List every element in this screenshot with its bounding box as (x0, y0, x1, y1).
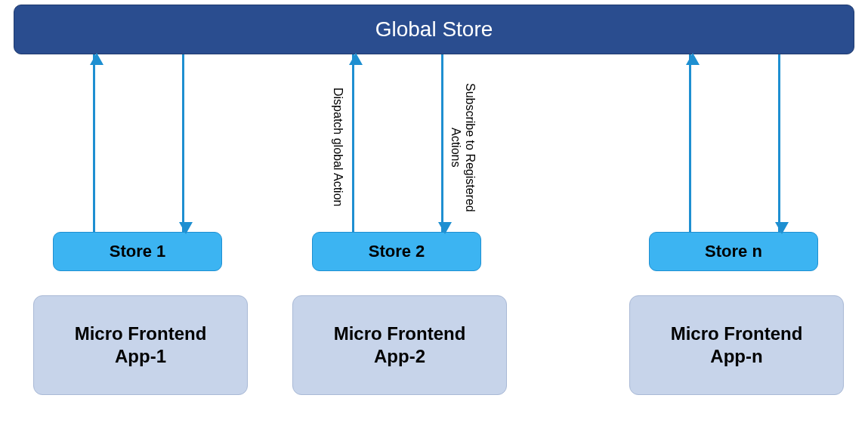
arrow-up-icon (349, 53, 363, 65)
arrow-down-icon (438, 222, 452, 234)
arrow-down-1 (182, 54, 184, 233)
store-n-box: Store n (649, 232, 818, 271)
arrow-down-icon (775, 222, 789, 234)
arrow-up-icon (90, 53, 103, 65)
micro-frontend-app-1-box: Micro FrontendApp-1 (33, 295, 248, 395)
arrow-up-1 (93, 54, 95, 233)
store-2-box: Store 2 (312, 232, 481, 271)
arrow-down-icon (179, 222, 193, 234)
micro-frontend-app-n-box: Micro FrontendApp-n (629, 295, 844, 395)
subscribe-label: Subscribe to RegisteredActions (449, 72, 477, 223)
arrow-down-2 (441, 54, 443, 233)
arrow-up-n (689, 54, 691, 233)
arrow-up-icon (686, 53, 700, 65)
store-1-box: Store 1 (53, 232, 222, 271)
arrow-up-2 (352, 54, 354, 233)
arrow-down-n (778, 54, 780, 233)
dispatch-label: Dispatch global Action (331, 72, 344, 223)
micro-frontend-app-2-box: Micro FrontendApp-2 (292, 295, 507, 395)
global-store-box: Global Store (14, 5, 854, 54)
